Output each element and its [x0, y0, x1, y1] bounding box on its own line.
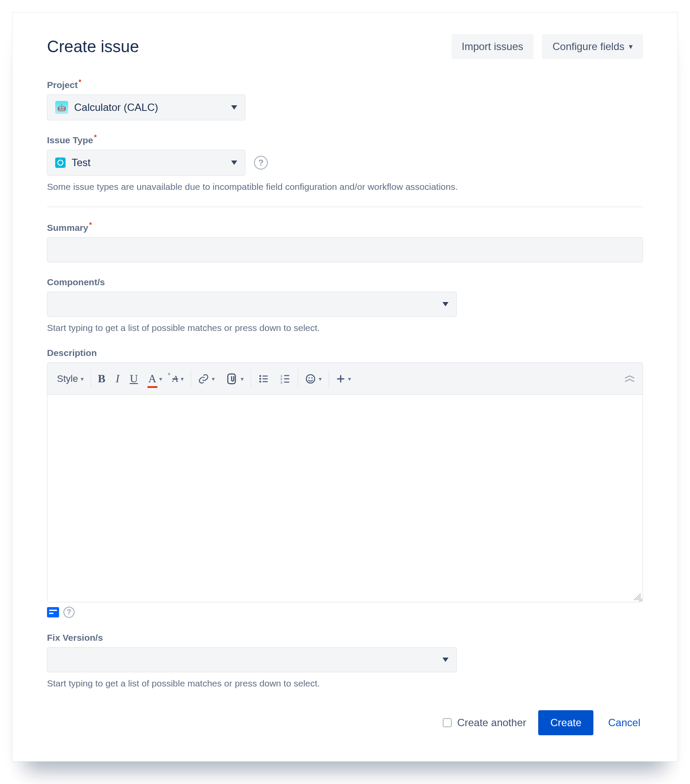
issue-type-icon — [55, 157, 66, 168]
style-label: Style — [57, 373, 78, 384]
chevron-down-icon: ▾ — [241, 375, 244, 382]
link-icon — [198, 373, 209, 384]
field-group-project: Project * 🤖 Calculator (CALC) — [47, 80, 643, 120]
create-button-label: Create — [550, 717, 581, 728]
bold-button[interactable]: B — [93, 363, 110, 394]
issue-type-label: Issue Type * — [47, 135, 643, 145]
cancel-button-label: Cancel — [608, 717, 640, 728]
issue-type-help-icon[interactable]: ? — [254, 156, 268, 170]
insert-more-button[interactable]: ▾ — [331, 363, 356, 394]
issue-type-label-text: Issue Type — [47, 135, 93, 145]
dropdown-caret-icon — [442, 658, 448, 662]
text-color-button[interactable]: A ▾ — [143, 363, 167, 394]
numbered-list-button[interactable]: 123 — [274, 363, 296, 394]
visual-mode-button[interactable] — [47, 607, 59, 617]
chevron-down-icon: ▾ — [319, 375, 322, 382]
field-group-summary: Summary * — [47, 223, 643, 262]
chevron-down-icon: ▾ — [348, 375, 351, 382]
bullet-list-icon — [258, 373, 269, 384]
project-label-text: Project — [47, 80, 78, 90]
clear-formatting-button[interactable]: a A ▾ — [167, 363, 189, 394]
svg-point-15 — [311, 377, 313, 378]
style-dropdown-button[interactable]: Style ▾ — [52, 363, 89, 394]
section-divider — [47, 207, 643, 207]
components-label: Component/s — [47, 277, 643, 287]
editor-footer: ? — [47, 607, 643, 618]
dropdown-caret-icon — [231, 161, 237, 165]
svg-rect-5 — [263, 378, 268, 379]
svg-rect-10 — [284, 375, 289, 376]
dialog-title: Create issue — [47, 38, 139, 56]
description-editor: Style ▾ B I U A ▾ a A — [47, 362, 643, 602]
project-avatar-icon: 🤖 — [55, 101, 68, 114]
link-button[interactable]: ▾ — [193, 363, 220, 394]
dialog-footer: Create another Create Cancel — [47, 710, 643, 735]
italic-button[interactable]: I — [110, 363, 125, 394]
create-issue-dialog: Create issue Import issues Configure fie… — [12, 12, 678, 762]
required-asterisk: * — [78, 79, 81, 86]
configure-fields-button[interactable]: Configure fields ▾ — [542, 34, 643, 59]
project-select[interactable]: 🤖 Calculator (CALC) — [47, 94, 245, 120]
create-button[interactable]: Create — [538, 710, 593, 735]
fix-versions-label: Fix Version/s — [47, 633, 643, 643]
description-textarea[interactable] — [47, 395, 643, 602]
chevron-down-icon: ▾ — [159, 375, 162, 382]
required-asterisk: * — [94, 134, 97, 141]
toolbar-separator — [298, 370, 298, 388]
chevron-down-icon: ▾ — [212, 375, 215, 382]
svg-point-1 — [259, 375, 261, 377]
editor-toolbar: Style ▾ B I U A ▾ a A — [47, 363, 643, 395]
attachment-button[interactable]: ▾ — [220, 363, 249, 394]
project-label: Project * — [47, 80, 643, 90]
summary-label: Summary * — [47, 223, 643, 233]
dropdown-caret-icon — [231, 105, 237, 110]
bullet-list-button[interactable] — [253, 363, 274, 394]
attachment-icon — [225, 372, 238, 385]
field-group-fix-versions: Fix Version/s Start typing to get a list… — [47, 633, 643, 689]
toolbar-separator — [329, 370, 329, 388]
required-asterisk: * — [89, 222, 92, 229]
collapse-toolbar-button[interactable] — [624, 375, 636, 383]
import-issues-button[interactable]: Import issues — [452, 34, 534, 59]
toolbar-separator — [191, 370, 191, 388]
import-issues-label: Import issues — [462, 41, 524, 53]
create-another-label: Create another — [457, 717, 526, 729]
components-hint: Start typing to get a list of possible m… — [47, 323, 643, 333]
emoji-icon — [305, 373, 316, 384]
create-another-checkbox[interactable]: Create another — [441, 717, 526, 729]
svg-rect-12 — [284, 381, 289, 382]
fix-versions-label-text: Fix Version/s — [47, 633, 103, 643]
underline-button[interactable]: U — [125, 363, 143, 394]
components-select[interactable] — [47, 292, 457, 317]
toolbar-separator — [91, 370, 91, 388]
dropdown-caret-icon — [442, 302, 448, 306]
emoji-button[interactable]: ▾ — [300, 363, 327, 394]
chevron-down-icon: ▾ — [81, 375, 84, 382]
collapse-icon — [624, 375, 636, 383]
components-label-text: Component/s — [47, 277, 105, 287]
project-select-value: Calculator (CALC) — [74, 101, 158, 113]
chevron-down-icon: ▾ — [181, 375, 184, 382]
summary-label-text: Summary — [47, 223, 88, 233]
summary-input[interactable] — [47, 237, 643, 262]
issue-type-select-value: Test — [72, 157, 91, 169]
field-group-components: Component/s Start typing to get a list o… — [47, 277, 643, 333]
resize-handle[interactable] — [634, 593, 641, 600]
svg-rect-4 — [263, 375, 268, 376]
chevron-down-icon: ▾ — [629, 42, 633, 51]
svg-rect-6 — [263, 381, 268, 382]
cancel-button[interactable]: Cancel — [605, 716, 643, 729]
header-actions: Import issues Configure fields ▾ — [452, 34, 643, 59]
field-group-description: Description Style ▾ B I U A ▾ — [47, 348, 643, 618]
issue-type-select[interactable]: Test — [47, 150, 245, 176]
svg-point-2 — [259, 378, 261, 379]
create-another-input[interactable] — [443, 718, 452, 727]
field-group-issue-type: Issue Type * Test ? Some issue types are… — [47, 135, 643, 192]
fix-versions-select[interactable] — [47, 647, 457, 672]
svg-text:3: 3 — [280, 380, 282, 384]
numbered-list-icon: 123 — [279, 373, 291, 384]
editor-help-icon[interactable]: ? — [63, 607, 75, 618]
svg-point-14 — [308, 377, 310, 378]
svg-rect-11 — [284, 378, 289, 379]
text-color-letter-icon: A — [148, 372, 157, 385]
